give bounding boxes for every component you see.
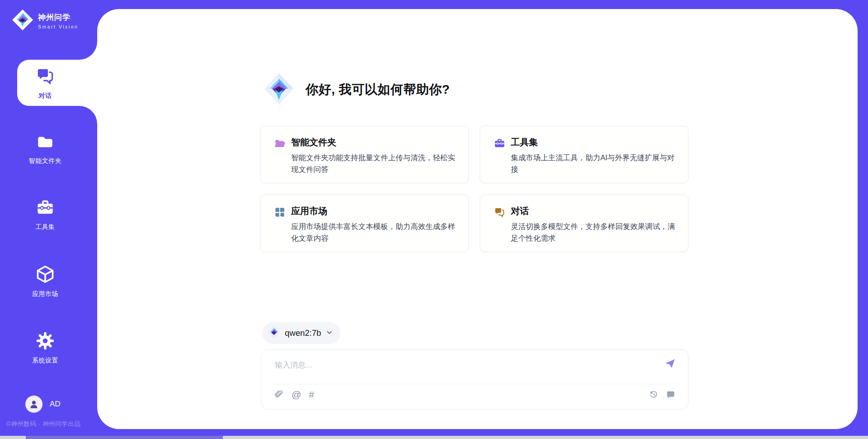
copyright-text: ©神州数码 · 神州问学出品 xyxy=(6,420,80,428)
card-description: 集成市场上主流工具，助力AI与外界无缝扩展与对接 xyxy=(511,152,676,176)
fillet-top xyxy=(79,42,97,60)
feedback-bubble-icon[interactable] xyxy=(666,390,675,400)
card-title: 对话 xyxy=(511,205,676,217)
sidebar: 神州问学 Smart Vision 对话 智能文件夹 xyxy=(0,0,97,439)
message-input[interactable] xyxy=(274,357,646,373)
chat-bubbles-icon xyxy=(494,206,505,218)
send-icon[interactable] xyxy=(664,357,676,370)
scrollbar-thumb[interactable] xyxy=(26,436,223,439)
hash-icon[interactable]: # xyxy=(309,390,314,400)
gear-icon xyxy=(35,331,55,353)
message-composer: @ # xyxy=(261,349,689,410)
brand-name: 神州问学 xyxy=(38,12,78,23)
chat-bubbles-icon xyxy=(35,66,55,88)
greeting-title: 你好, 我可以如何帮助你? xyxy=(306,81,450,98)
briefcase-icon xyxy=(36,198,55,219)
card-title: 工具集 xyxy=(511,136,676,148)
app-root: 神州问学 Smart Vision 对话 智能文件夹 xyxy=(0,0,868,439)
composer-divider xyxy=(269,384,680,384)
card-title: 应用市场 xyxy=(291,205,457,217)
folder-open-icon xyxy=(274,138,286,149)
user-account[interactable]: AD xyxy=(25,396,61,413)
brand-logo-icon xyxy=(12,9,33,33)
mention-icon[interactable]: @ xyxy=(292,390,301,400)
card-smart-folder[interactable]: 智能文件夹 智能文件夹功能支持批量文件上传与清洗，轻松实现文件问答 xyxy=(260,126,469,183)
paperclip-icon[interactable] xyxy=(274,390,284,400)
sidebar-item-label: 对话 xyxy=(39,92,52,100)
card-description: 智能文件夹功能支持批量文件上传与清洗，轻松实现文件问答 xyxy=(291,152,457,176)
model-logo-icon xyxy=(268,325,280,341)
card-chat[interactable]: 对话 灵活切换多模型文件，支持多样回复效果调试，满足个性化需求 xyxy=(480,195,689,252)
greeting: 你好, 我可以如何帮助你? xyxy=(264,72,450,107)
sidebar-item-chat[interactable]: 对话 xyxy=(0,66,90,100)
assistant-logo-icon xyxy=(264,72,294,107)
card-description: 应用市场提供丰富长文本模板，助力高效生成多样化文章内容 xyxy=(291,220,457,244)
card-app-market[interactable]: 应用市场 应用市场提供丰富长文本模板，助力高效生成多样化文章内容 xyxy=(260,195,469,252)
briefcase-icon xyxy=(494,138,505,149)
chevron-down-icon xyxy=(326,329,333,338)
sidebar-item-label: 系统设置 xyxy=(32,357,58,365)
grid-icon xyxy=(274,206,286,218)
sidebar-item-settings[interactable]: 系统设置 xyxy=(0,331,90,365)
brand: 神州问学 Smart Vision xyxy=(12,9,78,33)
model-selector[interactable]: qwen2:7b xyxy=(262,322,340,344)
sidebar-item-label: 工具集 xyxy=(35,223,55,231)
card-description: 灵活切换多模型文件，支持多样回复效果调试，满足个性化需求 xyxy=(511,220,676,244)
brand-subtitle: Smart Vision xyxy=(38,24,78,29)
history-icon[interactable] xyxy=(649,390,659,400)
avatar xyxy=(25,396,42,413)
fillet-bottom xyxy=(79,106,97,124)
model-label: qwen2:7b xyxy=(285,328,321,338)
horizontal-scrollbar xyxy=(0,436,868,439)
sidebar-item-toolset[interactable]: 工具集 xyxy=(0,198,90,231)
folder-icon xyxy=(36,132,55,153)
card-title: 智能文件夹 xyxy=(291,136,457,148)
user-name: AD xyxy=(50,400,61,409)
cube-icon xyxy=(35,264,55,286)
sidebar-item-label: 应用市场 xyxy=(32,290,58,298)
card-toolset[interactable]: 工具集 集成市场上主流工具，助力AI与外界无缝扩展与对接 xyxy=(480,126,689,183)
sidebar-item-label: 智能文件夹 xyxy=(29,157,62,165)
sidebar-item-smart-folder[interactable]: 智能文件夹 xyxy=(0,132,90,165)
sidebar-item-app-market[interactable]: 应用市场 xyxy=(0,264,90,298)
